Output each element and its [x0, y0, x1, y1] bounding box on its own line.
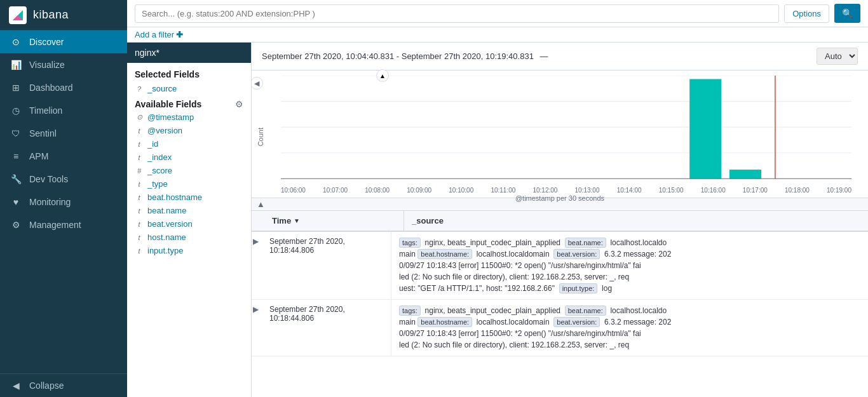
field-row-beat-hostname[interactable]: t beat.hostname — [127, 191, 251, 204]
chart-controls: September 27th 2020, 10:04:40.831 - Sept… — [252, 43, 868, 71]
field-type-t-icon: t — [135, 127, 144, 135]
tags-badge: tags: — [399, 238, 421, 248]
field-row-score[interactable]: # _score — [127, 164, 251, 177]
sidebar-item-label-dashboard: Dashboard — [29, 83, 73, 93]
wrench-icon: 🔧 — [9, 174, 23, 184]
sidebar-logo: kibana — [0, 0, 127, 30]
chart-area: Count 30 20 10 0 — [252, 71, 868, 198]
x-label-1: 10:07:00 — [323, 187, 348, 194]
beat-hostname-badge: beat.hostname: — [417, 249, 472, 259]
fields-settings-button[interactable]: ⚙ — [235, 99, 243, 109]
x-label-9: 10:15:00 — [659, 187, 684, 194]
col-time-label: Time — [272, 216, 291, 225]
table-row: ▶ September 27th 2020, 10:18:44.806 tags… — [252, 300, 868, 356]
field-name-beat-version: beat.version — [147, 219, 193, 229]
bar-12 — [689, 79, 721, 178]
field-type-t-index-icon: t — [135, 154, 144, 161]
field-row-id[interactable]: t _id — [127, 137, 251, 151]
field-name-score: _score — [147, 166, 172, 175]
nav-items: ⊙ Discover 📊 Visualize ⊞ Dashboard ◷ Tim… — [0, 30, 127, 373]
chart-svg: 30 20 10 0 — [281, 76, 851, 184]
chart-bar-icon: 📊 — [9, 60, 23, 70]
chevron-left-icon: ◀ — [9, 380, 23, 391]
field-row-version[interactable]: t @version — [127, 124, 251, 137]
shield-icon: 🛡 — [9, 128, 23, 138]
beat-name-badge: beat.name: — [565, 238, 606, 248]
sidebar-item-sentinl[interactable]: 🛡 Sentinl — [0, 122, 127, 145]
sidebar-item-discover[interactable]: ⊙ Discover — [0, 30, 127, 53]
field-name-version: @version — [147, 126, 182, 135]
field-name-id: _id — [147, 139, 158, 149]
sidebar-item-monitoring[interactable]: ♥ Monitoring — [0, 191, 127, 213]
sidebar-item-timelion[interactable]: ◷ Timelion — [0, 99, 127, 122]
chart-expand-area: ▲ — [376, 69, 389, 82]
fields-panel: Selected Fields ? _source Available Fiel… — [127, 63, 251, 397]
sidebar-item-label-visualize: Visualize — [29, 60, 65, 70]
compass-icon: ⊙ — [9, 37, 23, 47]
beat-version-badge-2: beat.version: — [553, 317, 600, 327]
field-row-index[interactable]: t _index — [127, 151, 251, 164]
input-type-badge: input.type: — [559, 283, 598, 293]
field-type-t-name-icon: t — [135, 207, 144, 215]
table-row: ▶ September 27th 2020, 10:18:44.806 tags… — [252, 232, 868, 300]
field-row-type[interactable]: t _type — [127, 177, 251, 191]
sidebar-collapse-button[interactable]: ◀ Collapse — [0, 373, 127, 397]
sidebar-item-management[interactable]: ⚙ Management — [0, 213, 127, 236]
field-row-timestamp[interactable]: ⊙ @timestamp — [127, 111, 251, 124]
field-name-index: _index — [147, 152, 172, 162]
sidebar-item-label-devtools: Dev Tools — [29, 174, 68, 184]
expand-chart-button[interactable]: ▲ — [376, 69, 389, 82]
field-type-t-hostname-icon: t — [135, 194, 144, 201]
results-area: Time ▼ _source ▶ September 27th 2020, 10… — [252, 211, 868, 397]
filter-bar: Add a filter ✚ — [127, 27, 868, 43]
row-expand-button-1[interactable]: ▶ — [252, 232, 264, 299]
options-button[interactable]: Options — [784, 4, 829, 23]
x-label-4: 10:10:00 — [449, 187, 473, 194]
results-header: Time ▼ _source — [252, 211, 868, 232]
add-filter-button[interactable]: Add a filter ✚ — [135, 30, 183, 39]
field-row-beat-version[interactable]: t beat.version — [127, 217, 251, 231]
available-fields-heading: Available Fields — [135, 99, 201, 109]
time-range-text: September 27th 2020, 10:04:40.831 - Sept… — [262, 51, 534, 61]
field-row-beat-name[interactable]: t beat.name — [127, 204, 251, 217]
row-expand-button-2[interactable]: ▶ — [252, 300, 264, 356]
x-label-3: 10:09:00 — [407, 187, 431, 194]
search-submit-button[interactable]: 🔍 — [834, 4, 860, 23]
col-source-header: _source — [404, 211, 868, 231]
field-row-host-name[interactable]: t host.name — [127, 231, 251, 244]
field-type-t-type-icon: t — [135, 180, 144, 188]
sidebar-item-devtools[interactable]: 🔧 Dev Tools — [0, 168, 127, 191]
sidebar-item-apm[interactable]: ≡ APM — [0, 145, 127, 168]
result-time-2: September 27th 2020, 10:18:44.806 — [264, 300, 391, 356]
x-label-11: 10:17:00 — [743, 187, 768, 194]
field-row-input-type[interactable]: t input.type — [127, 244, 251, 257]
activity-icon: ≡ — [9, 151, 23, 161]
field-type-question-icon: ? — [135, 85, 144, 93]
x-label-12: 10:18:00 — [785, 187, 810, 194]
sort-icon: ▼ — [294, 217, 300, 224]
selected-fields-heading: Selected Fields — [127, 63, 251, 82]
search-input[interactable] — [135, 4, 779, 23]
x-label-8: 10:14:00 — [617, 187, 642, 194]
field-type-t-id-icon: t — [135, 140, 144, 148]
field-type-t-input-icon: t — [135, 247, 144, 255]
field-name-host-name: host.name — [147, 232, 186, 242]
sidebar-item-label-monitoring: Monitoring — [29, 197, 71, 207]
beat-version-badge: beat.version: — [553, 249, 600, 259]
sidebar-item-dashboard[interactable]: ⊞ Dashboard — [0, 76, 127, 99]
right-panel: ◀ September 27th 2020, 10:04:40.831 - Se… — [252, 43, 868, 397]
sidebar-item-visualize[interactable]: 📊 Visualize — [0, 53, 127, 76]
col-source-label: _source — [412, 216, 444, 225]
available-fields-header: Available Fields ⚙ — [127, 95, 251, 111]
field-row-source[interactable]: ? _source — [127, 82, 251, 95]
field-type-t-host-icon: t — [135, 234, 144, 241]
beat-hostname-badge-2: beat.hostname: — [417, 317, 472, 327]
interval-select[interactable]: Auto — [817, 48, 858, 65]
x-label-5: 10:11:00 — [491, 187, 515, 194]
sidebar-collapse-label: Collapse — [29, 380, 64, 391]
gear-icon: ⚙ — [9, 220, 23, 230]
grid-icon: ⊞ — [9, 83, 23, 93]
result-source-2: tags: nginx, beats_input_codec_plain_app… — [391, 300, 868, 356]
chart-y-label: Count — [257, 128, 264, 146]
x-label-2: 10:08:00 — [365, 187, 390, 194]
